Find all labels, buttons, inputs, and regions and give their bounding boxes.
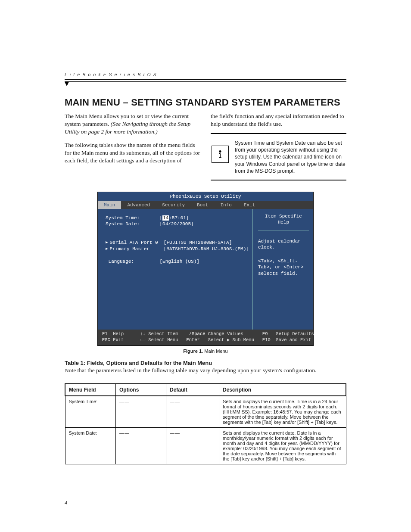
key-enter: Enter <box>186 337 200 342</box>
bios-screenshot: PhoenixBIOS Setup Utility Main Advanced … <box>97 192 314 346</box>
corner-glyph <box>65 82 69 86</box>
th-default: Default <box>166 384 219 396</box>
table-note: Note that the parameters listed in the f… <box>65 367 346 374</box>
running-head: L i f e B o o k E S e r i e s B I O S <box>65 72 346 77</box>
intro-p3: the field's function and any special inf… <box>211 112 346 128</box>
cell-options: —— <box>116 396 166 428</box>
bios-left-pane: System Time: [14:57:01] System Date: [04… <box>98 209 252 330</box>
txt-defaults: Setup Defaults <box>276 331 314 336</box>
table-row: System Time: —— —— Sets and displays the… <box>65 396 346 428</box>
help-line1: Adjust calendar clock. <box>258 238 309 251</box>
label-system-date: System Date: <box>106 221 140 227</box>
cell-menu: System Time: <box>65 396 116 428</box>
bios-footer: F1 Help ↑↓ Select Item -/Space Change Va… <box>98 330 313 345</box>
tab-boot: Boot <box>191 201 214 209</box>
val-pm: [MATSHITADVD-RAM UJ-830S-(PM)] <box>164 246 249 252</box>
svg-point-0 <box>219 151 221 152</box>
key-f1: F1 <box>102 331 108 336</box>
cell-default: —— <box>166 428 219 464</box>
fig-title: Main Menu <box>204 348 227 354</box>
txt-change: Change Values <box>208 331 243 336</box>
label-sata: Serial ATA Port 0 <box>109 240 158 245</box>
th-menu: Menu Field <box>65 384 116 396</box>
txt-selmenu: ←→ Select Menu <box>140 337 178 342</box>
cell-menu: System Date: <box>65 428 116 464</box>
help-line2: <Tab>, <Shift-Tab>, or <Enter> selects f… <box>258 258 309 277</box>
intro-p2: The following tables show the names of t… <box>65 141 200 165</box>
key-esc: ESC <box>102 337 110 342</box>
txt-exit: Exit <box>113 337 124 342</box>
section-title: MAIN MENU – SETTING STANDARD SYSTEM PARA… <box>65 97 346 108</box>
tab-advanced: Advanced <box>121 201 156 209</box>
arrow-icon <box>106 240 109 245</box>
label-lang: Language: <box>109 259 134 264</box>
cell-default: —— <box>166 396 219 428</box>
table-title: Table 1: Fields, Options and Defaults fo… <box>65 360 346 366</box>
table-row: System Date: —— —— Sets and displays the… <box>65 428 346 464</box>
rule-heavy <box>65 79 346 80</box>
note-block: System Time and System Date can also be … <box>211 133 346 180</box>
txt-save: Save and Exit <box>276 337 311 342</box>
bios-title: PhoenixBIOS Setup Utility <box>98 192 313 201</box>
key-f10: F10 <box>262 337 271 342</box>
cell-options: —— <box>116 428 166 464</box>
txt-selitem: ↑↓ Select Item <box>140 331 178 336</box>
val-system-date: [04/29/2005] <box>159 221 193 227</box>
key-f9: F9 <box>262 331 268 336</box>
val-lang: [English (US)] <box>159 259 199 264</box>
txt-help: Help <box>113 331 124 336</box>
tab-security: Security <box>156 201 191 209</box>
txt-submenu: Select ▶ Sub-Menu <box>208 337 254 342</box>
val-rest: :57:01] <box>169 215 189 221</box>
val-hh: 14 <box>162 215 169 221</box>
th-options: Options <box>116 384 166 396</box>
rule-thin <box>65 81 346 82</box>
key-space: -/Space <box>186 331 205 336</box>
fig-num: Figure 1. <box>183 348 204 354</box>
bios-tabs: Main Advanced Security Boot Info Exit <box>98 201 313 209</box>
note-text: System Time and System Date can also be … <box>235 140 346 174</box>
tab-info: Info <box>214 201 237 209</box>
arrow-icon <box>106 246 109 252</box>
cell-desc: Sets and displays the current date. Date… <box>219 428 346 464</box>
tab-main: Main <box>98 201 121 209</box>
page-number: 4 <box>65 500 67 506</box>
table-header-row: Menu Field Options Default Description <box>65 384 346 396</box>
figure-caption: Figure 1. Main Menu <box>65 348 346 354</box>
bios-help-pane: Item Specific Help Adjust calendar clock… <box>252 209 313 330</box>
help-title: Item Specific Help <box>258 213 309 230</box>
fields-table: Menu Field Options Default Description S… <box>65 383 346 464</box>
th-desc: Description <box>219 384 346 396</box>
val-sata: [FUJITSU MHT2080BH-SATA] <box>164 240 232 245</box>
intro-columns: The Main Menu allows you to set or view … <box>65 112 346 180</box>
cell-desc: Sets and displays the current time. Time… <box>219 396 346 428</box>
info-icon <box>212 146 229 163</box>
intro-p1: The Main Menu allows you to set or view … <box>65 112 200 136</box>
tab-exit: Exit <box>238 201 261 209</box>
label-system-time: System Time: <box>106 215 140 221</box>
label-pm: Primary Master <box>109 246 149 252</box>
